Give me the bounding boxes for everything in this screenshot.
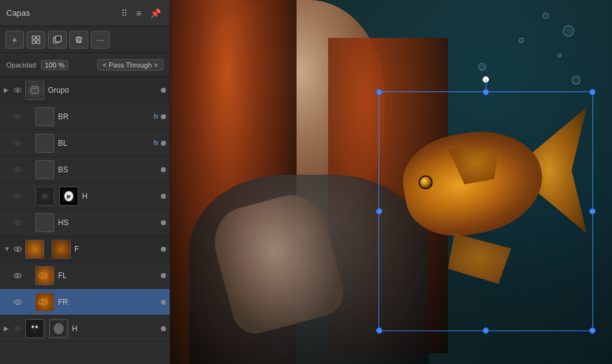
fl-dot <box>161 273 166 278</box>
grupo-dot <box>161 88 166 93</box>
panel-grid-icon[interactable]: ⠿ <box>119 7 130 20</box>
svg-rect-5 <box>56 36 61 42</box>
panel-title: Capas <box>6 8 30 18</box>
fr-dot <box>161 300 166 305</box>
f-expand-icon[interactable]: ▼ <box>4 245 13 252</box>
layer-bl[interactable]: BL fx <box>0 130 170 156</box>
h-bottom-expand-icon[interactable]: ▶ <box>4 325 13 332</box>
bl-name: BL <box>58 139 153 148</box>
br-dot <box>161 114 166 119</box>
hs-thumbnail <box>35 213 54 232</box>
f-thumb2 <box>52 240 71 259</box>
svg-rect-0 <box>32 36 35 39</box>
svg-rect-6 <box>31 88 38 93</box>
panel-menu-icon[interactable]: ≡ <box>134 7 144 20</box>
grupo-thumbnail <box>25 81 44 100</box>
svg-point-18 <box>32 326 34 328</box>
group-layers-button[interactable] <box>26 31 45 49</box>
fl-name: FL <box>58 271 161 280</box>
fr-visibility[interactable] <box>13 297 23 307</box>
bl-dot <box>161 141 166 146</box>
hs-eye-icon <box>14 220 21 225</box>
bl-eye-icon <box>14 141 21 146</box>
h-bottom-name: H <box>72 324 161 333</box>
layer-h-bottom[interactable]: ▶ <box>0 315 170 342</box>
bl-thumbnail <box>35 134 54 153</box>
fr-eye-icon <box>14 300 21 305</box>
bs-dot <box>161 167 166 172</box>
br-visibility[interactable] <box>13 112 23 122</box>
layer-bs[interactable]: BS <box>0 156 170 183</box>
grupo-name: Grupo <box>48 86 161 95</box>
h-mask-name: H <box>82 192 161 201</box>
grupo-expand-icon[interactable]: ▶ <box>4 86 13 93</box>
svg-rect-22 <box>35 331 35 333</box>
h-mask-layer-thumb <box>35 187 54 206</box>
svg-point-13 <box>40 274 41 276</box>
f-name: F <box>74 245 161 254</box>
f-eye-icon <box>14 247 21 252</box>
bs-thumbnail <box>35 160 54 179</box>
bubble-4 <box>478 63 486 71</box>
layers-panel: Capas ⠿ ≡ 📌 + ··· <box>0 0 170 364</box>
bs-name: BS <box>58 165 161 174</box>
layer-h-mask[interactable]: H <box>0 183 170 209</box>
panel-header-icons: ⠿ ≡ 📌 <box>119 7 163 20</box>
svg-rect-2 <box>32 40 35 44</box>
br-eye-icon <box>14 114 21 119</box>
svg-point-19 <box>35 326 38 328</box>
panel-pin-icon[interactable]: 📌 <box>148 7 163 20</box>
opacity-row: Opacidad 100 % < Pass Through > <box>0 53 170 77</box>
fr-thumbnail <box>35 293 54 312</box>
svg-rect-3 <box>37 40 40 44</box>
h-mask-dot <box>161 194 166 199</box>
layer-f-group[interactable]: ▼ F <box>0 236 170 262</box>
more-options-button[interactable]: ··· <box>91 31 110 49</box>
br-fx: fx <box>153 113 158 120</box>
fl-visibility[interactable] <box>13 271 23 281</box>
opacity-value[interactable]: 100 % <box>41 60 68 70</box>
fish-area <box>385 95 593 296</box>
bubble-1 <box>563 25 574 37</box>
duplicate-layer-button[interactable] <box>48 31 67 49</box>
svg-point-16 <box>40 301 41 302</box>
bl-visibility[interactable] <box>13 138 23 148</box>
grupo-visibility[interactable] <box>13 85 23 95</box>
svg-point-25 <box>54 323 64 334</box>
blend-mode-button[interactable]: < Pass Through > <box>97 59 163 71</box>
layer-br[interactable]: BR fx <box>0 103 170 130</box>
f-visibility[interactable] <box>13 244 23 254</box>
layer-hs[interactable]: HS <box>0 209 170 236</box>
f-thumbnail <box>25 240 44 259</box>
bs-eye-icon <box>14 167 21 172</box>
fl-eye-icon <box>14 273 21 278</box>
layers-list: ▶ Grupo BR fx <box>0 77 170 364</box>
panel-toolbar: + ··· <box>0 26 170 53</box>
svg-point-17 <box>30 323 39 332</box>
h-bottom-mask-thumb <box>49 319 68 338</box>
br-name: BR <box>58 112 153 121</box>
bubble-3 <box>519 38 524 43</box>
h-mask-thumb <box>59 187 78 206</box>
bubble-5 <box>558 54 562 57</box>
fish-fin-top <box>448 140 504 186</box>
add-layer-button[interactable]: + <box>5 31 24 49</box>
fish-body <box>396 121 550 245</box>
opacity-label: Opacidad <box>6 61 36 69</box>
h-bottom-dot <box>161 326 166 331</box>
h-bottom-eye-icon <box>14 326 21 331</box>
h-mask-visibility[interactable] <box>13 191 23 201</box>
svg-rect-23 <box>36 331 37 333</box>
layer-fl[interactable]: FL <box>0 262 170 289</box>
bl-fx: fx <box>153 139 158 146</box>
layer-grupo[interactable]: ▶ Grupo <box>0 77 170 103</box>
h-bottom-visibility[interactable] <box>13 324 23 334</box>
layer-fr[interactable]: FR <box>0 289 170 315</box>
hs-name: HS <box>58 218 161 227</box>
delete-layer-button[interactable] <box>69 31 88 49</box>
hs-dot <box>161 220 166 225</box>
hs-visibility[interactable] <box>13 218 23 228</box>
bubble-2 <box>543 13 549 19</box>
panel-header: Capas ⠿ ≡ 📌 <box>0 0 170 26</box>
bs-visibility[interactable] <box>13 165 23 175</box>
